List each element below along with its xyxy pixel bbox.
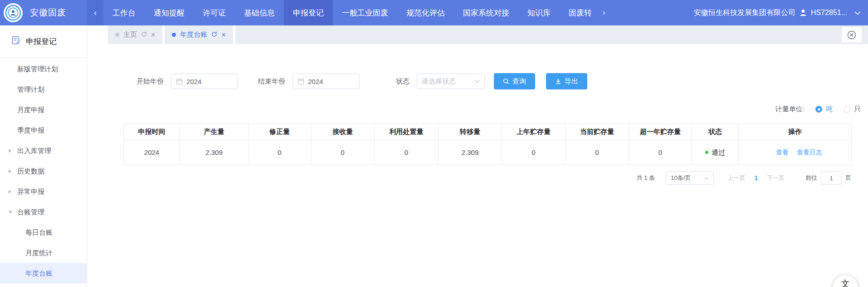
sidebar-item-management-plan[interactable]: 管理计划 xyxy=(0,79,87,99)
search-button-label: 查询 xyxy=(512,77,526,86)
declaration-doc-icon xyxy=(12,36,20,47)
page-number-1[interactable]: 1 xyxy=(754,174,758,182)
search-icon xyxy=(503,78,509,84)
sidebar-item-label: 异常申报 xyxy=(17,188,44,195)
status-select[interactable]: 请选择状态 xyxy=(417,74,485,89)
pagination: 共 1 条 10条/页 上一页 1 下一页 前往 页 xyxy=(637,171,851,185)
unit-radio-piece[interactable] xyxy=(844,106,850,113)
page-size-select[interactable]: 10条/页 xyxy=(666,171,714,185)
end-year-label: 结束年份 xyxy=(258,77,285,86)
end-year-value[interactable] xyxy=(308,78,344,85)
tab-bar-spacer xyxy=(87,25,108,44)
col-corrected: 修正量 xyxy=(249,124,311,140)
nav-item-national-system-link[interactable]: 国家系统对接 xyxy=(454,0,518,25)
nav-item-basic-info[interactable]: 基础信息 xyxy=(235,0,284,25)
table-header-row: 申报时间 产生量 修正量 接收量 利用处置量 转移量 上年贮存量 当前贮存量 超… xyxy=(124,124,852,140)
tab-bar: 主页 × 年度台账 × xyxy=(87,25,868,44)
col-utilized-disposed: 利用处置量 xyxy=(375,124,439,140)
cell-received: 0 xyxy=(311,140,375,165)
start-year-input[interactable] xyxy=(171,74,238,89)
nav-item-workbench[interactable]: 工作台 xyxy=(103,0,145,25)
ledger-table: 申报时间 产生量 修正量 接收量 利用处置量 转移量 上年贮存量 当前贮存量 超… xyxy=(123,124,852,165)
chevron-down-icon xyxy=(474,79,480,83)
sidebar-item-quarterly-declaration[interactable]: 季度申报 xyxy=(0,120,87,140)
sidebar-title[interactable]: 申报登记 xyxy=(0,25,87,58)
user-icon xyxy=(799,9,807,17)
view-link[interactable]: 查看 xyxy=(776,148,789,156)
company-name: 安徽恒生科技发展集团有限公司 xyxy=(694,8,795,18)
nav-item-notifications[interactable]: 通知提醒 xyxy=(145,0,194,25)
export-button[interactable]: 导出 xyxy=(546,73,587,89)
navbar-right: 安徽恒生科技发展集团有限公司 HS72851... xyxy=(694,0,868,25)
sidebar-item-monthly-statistics[interactable]: 月度统计 xyxy=(0,242,87,263)
search-button[interactable]: 查询 xyxy=(494,73,535,89)
sidebar-item-label: 年度台账 xyxy=(25,269,53,277)
app-logo-icon xyxy=(4,3,23,22)
cell-generated: 2.309 xyxy=(180,140,249,165)
sidebar-item-label: 月度申报 xyxy=(17,106,44,114)
refresh-icon[interactable] xyxy=(141,31,147,39)
col-status: 状态 xyxy=(692,124,739,140)
col-current-storage: 当前贮存量 xyxy=(566,124,629,140)
tab-divider xyxy=(233,25,235,44)
nav-item-license[interactable]: 许可证 xyxy=(194,0,235,25)
nav-item-waste-transfer[interactable]: 固废转 xyxy=(560,0,601,25)
filter-row: 开始年份 结束年份 xyxy=(137,73,587,89)
sidebar-item-history-data[interactable]: 历史数据 xyxy=(0,161,87,181)
nav-item-knowledge-base[interactable]: 知识库 xyxy=(518,0,560,25)
nav-item-standardization-assessment[interactable]: 规范化评估 xyxy=(397,0,454,25)
close-icon[interactable]: × xyxy=(221,31,225,39)
nav-item-general-industrial-waste[interactable]: 一般工业固废 xyxy=(333,0,397,25)
sidebar-item-label: 管理计划 xyxy=(17,85,44,93)
caret-down-icon xyxy=(9,211,12,213)
start-year-value[interactable] xyxy=(186,78,223,85)
status-label: 状态 xyxy=(396,77,410,86)
main-nav: 工作台 通知提醒 许可证 基础信息 申报登记 一般工业固废 规范化评估 国家系统… xyxy=(103,0,601,25)
nav-item-declaration[interactable]: 申报登记 xyxy=(284,0,333,25)
sidebar-item-abnormal-declaration[interactable]: 异常申报 xyxy=(0,181,87,202)
main-area: 主页 × 年度台账 × xyxy=(87,25,868,287)
sidebar-item-monthly-declaration[interactable]: 月度申报 xyxy=(0,99,87,120)
unit-option-ton[interactable]: 吨 xyxy=(826,105,833,114)
chevron-down-icon xyxy=(704,177,709,180)
col-transferred: 转移量 xyxy=(439,124,502,140)
cell-over-one-year-storage: 0 xyxy=(629,140,692,165)
sidebar-item-label: 台账管理 xyxy=(17,208,44,216)
sidebar-item-ledger-management[interactable]: 台账管理 xyxy=(0,202,87,222)
user-menu-chevron-icon[interactable] xyxy=(854,11,861,15)
nav-overflow-arrow[interactable]: › xyxy=(601,0,607,25)
refresh-icon[interactable] xyxy=(211,31,217,39)
col-prev-year-storage: 上年贮存量 xyxy=(502,124,566,140)
sidebar-item-daily-ledger[interactable]: 每日台账 xyxy=(0,222,87,242)
prev-page-button[interactable]: 上一页 xyxy=(727,174,745,182)
tab-label: 年度台账 xyxy=(180,30,207,39)
tab-yearly-ledger[interactable]: 年度台账 × xyxy=(165,25,233,44)
app-window: 安徽固废 ‹ 工作台 通知提醒 许可证 基础信息 申报登记 一般工业固废 规范化… xyxy=(0,0,868,287)
view-log-link[interactable]: 查看日志 xyxy=(797,148,822,156)
col-declare-time: 申报时间 xyxy=(124,124,180,140)
sidebar-item-yearly-ledger[interactable]: 年度台账 xyxy=(0,263,87,283)
unit-radio-ton[interactable] xyxy=(815,106,822,113)
tab-home[interactable]: 主页 × xyxy=(108,25,162,44)
goto-page-input[interactable] xyxy=(821,171,842,185)
status-badge: 通过 xyxy=(712,148,725,156)
top-navbar: 安徽固废 ‹ 工作台 通知提醒 许可证 基础信息 申报登记 一般工业固废 规范化… xyxy=(0,0,868,25)
next-page-button[interactable]: 下一页 xyxy=(767,174,785,182)
end-year-input[interactable] xyxy=(293,74,360,89)
sidebar-title-label: 申报登记 xyxy=(26,36,57,47)
sidebar-item-label: 新版管理计划 xyxy=(17,65,58,73)
close-all-tabs-button[interactable] xyxy=(842,27,862,42)
cell-actions: 查看 查看日志 xyxy=(739,140,852,165)
username[interactable]: HS72851... xyxy=(811,9,847,17)
sidebar-item-inout-warehouse[interactable]: 出入库管理 xyxy=(0,140,87,161)
unit-option-piece[interactable]: 只 xyxy=(854,105,861,114)
sidebar-item-new-management-plan[interactable]: 新版管理计划 xyxy=(0,59,87,79)
start-year-label: 开始年份 xyxy=(137,77,164,86)
tab-status-dot xyxy=(172,33,176,37)
col-over-one-year-storage: 超一年贮存量 xyxy=(629,124,692,140)
close-icon[interactable]: × xyxy=(151,31,155,39)
caret-right-icon xyxy=(9,149,11,153)
app-title: 安徽固废 xyxy=(30,7,66,19)
cell-declare-time: 2024 xyxy=(124,140,180,165)
sidebar-collapse-button[interactable]: ‹ xyxy=(87,0,103,25)
